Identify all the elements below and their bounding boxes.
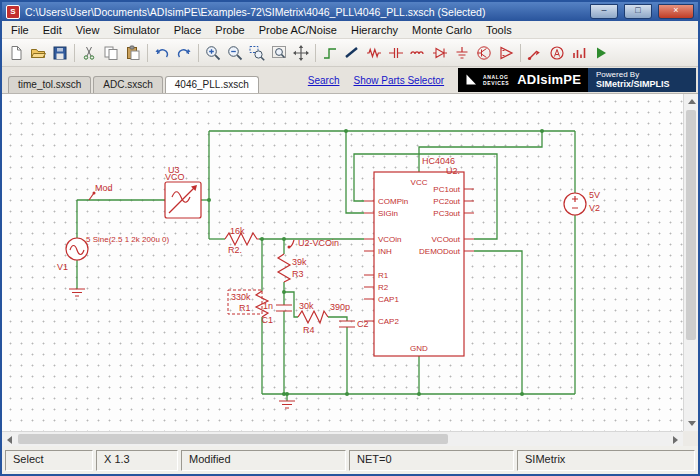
vco-u3[interactable]: U3 VCO bbox=[165, 165, 201, 218]
svg-text:V2[interactable]: V2 bbox=[589, 203, 600, 213]
svg-text:VCO[interactable]: VCO bbox=[165, 172, 185, 182]
svg-text:PC2out: PC2out bbox=[433, 197, 460, 206]
svg-text:5V[interactable]: 5V bbox=[589, 190, 600, 200]
ground-symbol-main[interactable] bbox=[279, 401, 295, 408]
pan-icon[interactable] bbox=[290, 42, 312, 64]
probe-power-icon[interactable] bbox=[568, 42, 590, 64]
menu-simulator[interactable]: Simulator bbox=[106, 23, 166, 37]
redo-icon[interactable] bbox=[173, 42, 195, 64]
menu-monte-carlo[interactable]: Monte Carlo bbox=[405, 23, 479, 37]
tab-4046-pll[interactable]: 4046_PLL.sxsch bbox=[165, 76, 259, 94]
ic-u2-hc4046[interactable]: VCC GND COMPin SIGin VCOin INH R1 R2 CAP… bbox=[364, 156, 474, 356]
toolbar-separator bbox=[198, 44, 199, 62]
new-schematic-icon[interactable] bbox=[5, 42, 27, 64]
window-title: C:\Users\User\Documents\ADIsimPE\Example… bbox=[25, 6, 584, 18]
horizontal-scrollbar[interactable] bbox=[2, 431, 683, 446]
close-button[interactable]: × bbox=[658, 4, 694, 19]
vertical-scroll-thumb[interactable] bbox=[686, 110, 696, 340]
place-transistor-icon[interactable] bbox=[473, 42, 495, 64]
paste-icon[interactable] bbox=[122, 42, 144, 64]
svg-text:DEMODout: DEMODout bbox=[419, 247, 461, 256]
menu-edit[interactable]: Edit bbox=[36, 23, 69, 37]
place-wire-icon[interactable] bbox=[319, 42, 341, 64]
branding: ANALOG DEVICES ADIsimPE Powered By SIMet… bbox=[458, 68, 696, 92]
toolbar-separator bbox=[147, 44, 148, 62]
svg-text:U2.[interactable]: U2. bbox=[446, 166, 460, 176]
probe-voltage-icon[interactable] bbox=[524, 42, 546, 64]
svg-text:VCOin: VCOin bbox=[378, 235, 402, 244]
svg-text:Mod[interactable]: Mod bbox=[95, 183, 113, 193]
svg-text:R4[interactable]: R4 bbox=[303, 325, 315, 335]
toolbar-separator bbox=[74, 44, 75, 62]
scroll-up-icon[interactable] bbox=[688, 99, 696, 104]
svg-text:330k[interactable]: 330k bbox=[231, 292, 251, 302]
svg-text:C1[interactable]: C1 bbox=[261, 315, 273, 325]
svg-text:16k[interactable]: 16k bbox=[230, 226, 245, 236]
zoom-area-icon[interactable] bbox=[246, 42, 268, 64]
svg-text:1n[interactable]: 1n bbox=[263, 301, 273, 311]
menu-view[interactable]: View bbox=[69, 23, 107, 37]
minimize-button[interactable]: – bbox=[590, 4, 618, 19]
scroll-right-icon[interactable] bbox=[673, 436, 678, 444]
menu-probe[interactable]: Probe bbox=[208, 23, 251, 37]
cut-icon[interactable] bbox=[78, 42, 100, 64]
wire-network[interactable] bbox=[77, 129, 575, 401]
menu-file[interactable]: File bbox=[4, 23, 36, 37]
capacitor-c1[interactable]: 1n C1 bbox=[261, 301, 292, 325]
resistor-r4[interactable]: 30k R4 bbox=[298, 301, 328, 335]
svg-text:39k[interactable]: 39k bbox=[292, 257, 307, 267]
resistor-r3[interactable]: 39k R3 bbox=[278, 254, 307, 282]
svg-text:5 Sine(2.5 1 2k 200u 0)[interactable]: 5 Sine(2.5 1 2k 200u 0) bbox=[86, 235, 170, 244]
zoom-out-icon[interactable] bbox=[224, 42, 246, 64]
status-bar: Select X 1.3 Modified NET=0 SIMetrix bbox=[2, 446, 698, 474]
place-bus-icon[interactable] bbox=[341, 42, 363, 64]
scroll-left-icon[interactable] bbox=[7, 436, 12, 444]
tab-adc[interactable]: ADC.sxsch bbox=[93, 76, 162, 93]
menu-bar: FileEditViewSimulatorPlaceProbeProbe AC/… bbox=[2, 21, 698, 39]
show-parts-selector-link[interactable]: Show Parts Selector bbox=[354, 75, 445, 86]
svg-text:CAP1: CAP1 bbox=[378, 295, 399, 304]
adi-triangle-icon bbox=[465, 73, 478, 86]
place-resistor-icon[interactable] bbox=[363, 42, 385, 64]
svg-text:390p[interactable]: 390p bbox=[330, 302, 350, 312]
menu-place[interactable]: Place bbox=[167, 23, 209, 37]
net-flag-mod[interactable]: Mod bbox=[89, 183, 113, 200]
zoom-fit-icon[interactable] bbox=[268, 42, 290, 64]
menu-probe-ac-noise[interactable]: Probe AC/Noise bbox=[252, 23, 344, 37]
save-icon[interactable] bbox=[49, 42, 71, 64]
svg-text:U2-VCOin[interactable]: U2-VCOin bbox=[298, 238, 339, 248]
voltage-source-v1[interactable]: 5 Sine(2.5 1 2k 200u 0) V1 bbox=[57, 235, 170, 296]
open-icon[interactable] bbox=[27, 42, 49, 64]
svg-text:GND: GND bbox=[410, 344, 428, 353]
svg-text:HC4046[interactable]: HC4046 bbox=[422, 156, 455, 166]
place-ground-icon[interactable] bbox=[451, 42, 473, 64]
place-opamp-icon[interactable] bbox=[495, 42, 517, 64]
place-inductor-icon[interactable] bbox=[407, 42, 429, 64]
tab-time-tol[interactable]: time_tol.sxsch bbox=[8, 76, 91, 93]
scroll-down-icon[interactable] bbox=[688, 421, 696, 426]
undo-icon[interactable] bbox=[151, 42, 173, 64]
search-link[interactable]: Search bbox=[308, 75, 340, 86]
schematic-canvas[interactable]: 5 Sine(2.5 1 2k 200u 0) V1 Mod U3 VCO bbox=[2, 94, 683, 431]
svg-text:R3[interactable]: R3 bbox=[292, 269, 304, 279]
run-simulation-icon[interactable] bbox=[590, 42, 612, 64]
title-bar[interactable]: S C:\Users\User\Documents\ADIsimPE\Examp… bbox=[2, 2, 698, 21]
svg-text:R2.[interactable]: R2. bbox=[228, 245, 242, 255]
place-capacitor-icon[interactable] bbox=[385, 42, 407, 64]
resistor-r2[interactable]: 16k R2. bbox=[225, 226, 259, 255]
vertical-scrollbar[interactable] bbox=[683, 94, 698, 431]
place-diode-icon[interactable] bbox=[429, 42, 451, 64]
maximize-button[interactable]: □ bbox=[624, 4, 652, 19]
zoom-in-icon[interactable] bbox=[202, 42, 224, 64]
svg-text:30k[interactable]: 30k bbox=[299, 301, 314, 311]
copy-icon[interactable] bbox=[100, 42, 122, 64]
capacitor-c2[interactable]: 390p C2 bbox=[330, 302, 369, 329]
svg-text:R1[interactable]: R1 bbox=[239, 303, 251, 313]
horizontal-scroll-thumb[interactable] bbox=[18, 434, 448, 444]
toolbar-separator bbox=[520, 44, 521, 62]
menu-tools[interactable]: Tools bbox=[479, 23, 519, 37]
probe-current-icon[interactable] bbox=[546, 42, 568, 64]
voltage-source-v2[interactable]: 5V V2 bbox=[564, 190, 600, 215]
svg-text:V1[interactable]: V1 bbox=[57, 262, 68, 272]
menu-hierarchy[interactable]: Hierarchy bbox=[344, 23, 405, 37]
